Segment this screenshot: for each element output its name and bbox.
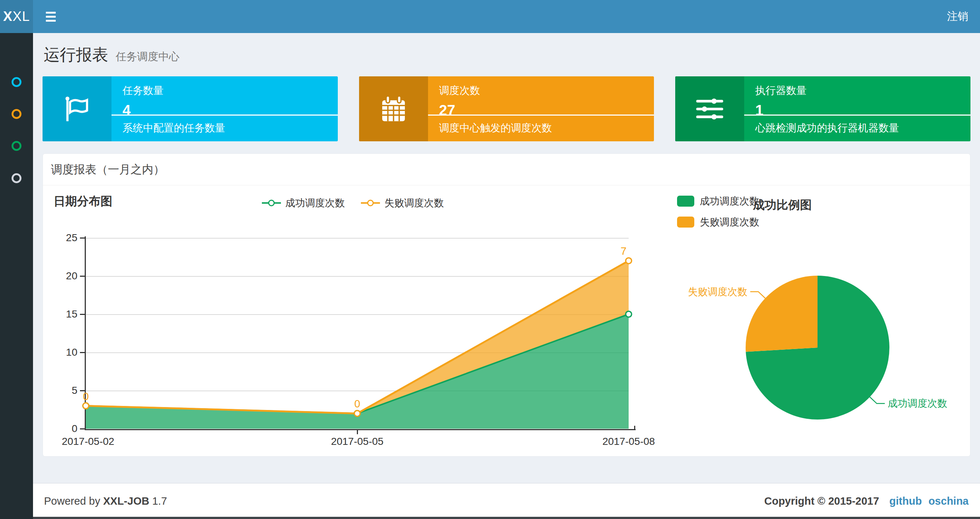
card-description: 心跳检测成功的执行器机器数量 (755, 121, 899, 135)
sliders-icon (675, 76, 744, 141)
card-title: 任务数量 (123, 84, 338, 97)
summary-cards-row: 任务数量 4 系统中配置的任务数量 (43, 76, 970, 141)
sidebar-toggle-button[interactable] (40, 0, 62, 33)
top-navbar: XXL 注销 (0, 0, 980, 33)
card-divider (428, 115, 654, 116)
y-tick-label: 5 (50, 385, 77, 396)
info-card-executors: 执行器数量 1 心跳检测成功的执行器机器数量 (675, 76, 970, 141)
line-chart-canvas[interactable]: 007 (86, 238, 628, 429)
svg-text:7: 7 (620, 245, 627, 257)
report-panel: 调度报表（一月之内） 日期分布图 成功调度次数 失 (43, 153, 970, 457)
card-divider (111, 115, 338, 116)
svg-text:0: 0 (354, 398, 360, 410)
x-tick-label: 2017-05-05 (317, 436, 398, 447)
hamburger-icon (46, 16, 56, 18)
y-tick-label: 10 (50, 347, 77, 358)
info-card-triggers: 调度次数 27 调度中心触发的调度次数 (359, 76, 654, 141)
card-value: 27 (439, 102, 654, 118)
legend-label: 失败调度次数 (700, 216, 759, 229)
y-tick (80, 276, 85, 277)
y-tick-label: 15 (50, 308, 77, 320)
footer-powered-by: Powered by XXL-JOB 1.7 (44, 495, 167, 507)
oschina-link[interactable]: oschina (928, 495, 969, 507)
card-divider (744, 115, 970, 116)
content-area: 运行报表 任务调度中心 任务数量 4 系统中配置的任务数量 (33, 33, 980, 519)
y-tick (80, 428, 85, 430)
page-footer: Powered by XXL-JOB 1.7 Copyright © 2015-… (33, 483, 980, 519)
card-description: 系统中配置的任务数量 (123, 121, 225, 135)
card-title: 执行器数量 (755, 84, 970, 97)
x-axis-end-tick (634, 426, 635, 429)
pie-slice-label: 失败调度次数 (688, 286, 748, 297)
card-body: 调度次数 27 调度中心触发的调度次数 (428, 76, 654, 141)
sidebar-item-log-icon[interactable] (12, 141, 22, 151)
x-tick-label: 2017-05-08 (588, 436, 669, 447)
y-tick-label: 25 (50, 232, 77, 244)
page-title: 运行报表 (44, 46, 108, 64)
window-bottom-edge (0, 517, 980, 519)
card-description: 调度中心触发的调度次数 (439, 121, 552, 135)
app-logo-rest: XL (13, 9, 30, 24)
app-logo[interactable]: XXL (0, 0, 33, 33)
hamburger-icon (46, 12, 56, 14)
y-tick (80, 352, 85, 353)
x-tick-label: 2017-05-02 (48, 436, 128, 447)
page-subtitle: 任务调度中心 (116, 51, 179, 62)
powered-by-text: Powered by (44, 495, 100, 507)
sidebar-item-jobs-icon[interactable] (12, 109, 22, 119)
pie-legend-swatch-success-icon (677, 196, 694, 207)
card-body: 任务数量 4 系统中配置的任务数量 (111, 76, 338, 141)
footer-copyright: Copyright © 2015-2017 github oschina (764, 495, 969, 507)
logout-button[interactable]: 注销 (935, 0, 980, 33)
pie-slice-label: 成功调度次数 (888, 398, 947, 409)
y-tick (80, 238, 85, 239)
sidebar-item-report-icon[interactable] (12, 77, 22, 87)
report-panel-body: 日期分布图 成功调度次数 失败调度次数 (43, 185, 970, 457)
line-chart-plot-area: 0510152025 2017-05-022017-05-052017-05-0… (43, 185, 667, 457)
card-value: 4 (123, 102, 338, 118)
pie-legend-item-fail[interactable]: 失败调度次数 (677, 216, 759, 229)
copyright-text: Copyright © 2015-2017 (764, 495, 879, 507)
pie-chart-canvas[interactable]: 成功调度次数失败调度次数 (671, 259, 965, 457)
hamburger-icon (46, 20, 56, 22)
y-tick-label: 20 (50, 270, 77, 282)
calendar-icon (359, 76, 428, 141)
product-version: 1.7 (152, 495, 167, 507)
pie-chart-title: 成功比例图 (709, 197, 856, 213)
sidebar-item-help-icon[interactable] (12, 173, 22, 183)
svg-text:0: 0 (83, 391, 89, 402)
report-panel-title: 调度报表（一月之内） (51, 162, 165, 177)
info-card-jobs: 任务数量 4 系统中配置的任务数量 (43, 76, 338, 141)
page-header: 运行报表 任务调度中心 (44, 44, 179, 66)
y-tick (80, 314, 85, 315)
y-tick-label: 0 (50, 423, 77, 434)
card-title: 调度次数 (439, 84, 654, 97)
sidebar (0, 33, 33, 519)
card-body: 执行器数量 1 心跳检测成功的执行器机器数量 (744, 76, 970, 141)
x-tick (357, 430, 358, 434)
pie-legend-swatch-fail-icon (677, 217, 694, 228)
flag-icon (43, 76, 111, 141)
report-panel-header: 调度报表（一月之内） (43, 154, 970, 185)
x-axis-line (85, 429, 636, 430)
card-value: 1 (755, 102, 970, 118)
app-logo-bold: X (3, 9, 13, 24)
product-name: XXL-JOB (103, 495, 149, 507)
github-link[interactable]: github (889, 495, 922, 507)
